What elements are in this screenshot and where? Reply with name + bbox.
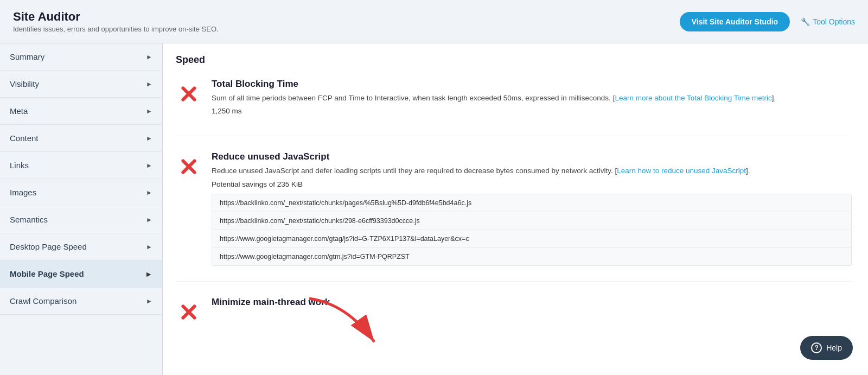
error-x-mark-1 <box>177 82 201 106</box>
chevron-visibility-icon: ► <box>146 80 152 88</box>
issue-title-1: Total Blocking Time <box>212 79 852 90</box>
sidebar-label-crawl-comparison: Crawl Comparison <box>10 296 76 306</box>
header-right: Visit Site Auditor Studio 🔧 Tool Options <box>680 12 855 31</box>
learn-link-2[interactable]: Learn how to reduce unused JavaScript <box>617 167 746 175</box>
issue-title-2: Reduce unused JavaScript <box>212 151 852 162</box>
sidebar-item-crawl-comparison[interactable]: Crawl Comparison ► <box>0 288 162 315</box>
header-left: Site Auditor Identifies issues, errors a… <box>13 10 219 33</box>
tool-options-link[interactable]: 🔧 Tool Options <box>801 17 855 26</box>
sidebar-label-meta: Meta <box>10 106 28 116</box>
sidebar-item-meta[interactable]: Meta ► <box>0 98 162 125</box>
url-list-2: https://backlinko.com/_next/static/chunk… <box>212 194 852 266</box>
main-layout: Summary ► Visibility ► Meta ► Content ► … <box>0 43 868 375</box>
sidebar-item-desktop-page-speed[interactable]: Desktop Page Speed ► <box>0 233 162 260</box>
issue-value-1: 1,250 ms <box>212 107 852 115</box>
content-area: Speed Total Blocking Time Sum of all tim… <box>163 43 868 375</box>
help-button[interactable]: ? Help <box>800 336 853 360</box>
sidebar-label-links: Links <box>10 161 29 170</box>
sidebar: Summary ► Visibility ► Meta ► Content ► … <box>0 43 163 375</box>
learn-link-1[interactable]: Learn more about the Total Blocking Time… <box>615 94 771 102</box>
sidebar-label-desktop-page-speed: Desktop Page Speed <box>10 242 87 251</box>
issue-body-3: Minimize main-thread work <box>212 297 852 311</box>
error-x-mark-2 <box>177 155 201 179</box>
chevron-links-icon: ► <box>146 162 152 169</box>
chevron-content-icon: ► <box>146 135 152 142</box>
url-item-3: https://www.googletagmanager.com/gtag/js… <box>212 230 851 248</box>
sidebar-item-summary[interactable]: Summary ► <box>0 43 162 71</box>
chevron-mobile-speed-icon: ► <box>145 270 152 278</box>
sidebar-label-summary: Summary <box>10 52 44 61</box>
issue-total-blocking-time: Total Blocking Time Sum of all time peri… <box>176 79 852 136</box>
sidebar-label-semantics: Semantics <box>10 215 48 224</box>
tool-options-label: Tool Options <box>813 17 855 26</box>
issue-title-3: Minimize main-thread work <box>212 297 852 308</box>
issue-reduce-unused-js: Reduce unused JavaScript Reduce unused J… <box>176 151 852 281</box>
issue-icon-2 <box>176 154 202 180</box>
issue-body-2: Reduce unused JavaScript Reduce unused J… <box>212 151 852 265</box>
issue-value-2: Potential savings of 235 KiB <box>212 180 852 188</box>
app-subtitle: Identifies issues, errors and opportunit… <box>13 25 219 33</box>
issue-minimize-main-thread: Minimize main-thread work <box>176 297 852 325</box>
sidebar-label-content: Content <box>10 134 39 143</box>
sidebar-label-mobile-page-speed: Mobile Page Speed <box>10 269 84 278</box>
chevron-semantics-icon: ► <box>146 216 152 224</box>
chevron-meta-icon: ► <box>146 107 152 115</box>
section-title: Speed <box>176 54 852 69</box>
url-item-2: https://backlinko.com/_next/static/chunk… <box>212 212 851 230</box>
help-label: Help <box>826 344 842 352</box>
chevron-crawl-icon: ► <box>146 297 152 305</box>
chevron-summary-icon: ► <box>146 53 152 61</box>
sidebar-item-mobile-page-speed[interactable]: Mobile Page Speed ► <box>0 260 162 288</box>
sidebar-label-images: Images <box>10 188 36 197</box>
issue-icon-1 <box>176 81 202 107</box>
sidebar-item-semantics[interactable]: Semantics ► <box>0 206 162 233</box>
app-title: Site Auditor <box>13 10 219 24</box>
url-item-4: https://www.googletagmanager.com/gtm.js?… <box>212 248 851 265</box>
sidebar-item-content[interactable]: Content ► <box>0 125 162 152</box>
chevron-desktop-speed-icon: ► <box>146 243 152 251</box>
sidebar-item-links[interactable]: Links ► <box>0 152 162 179</box>
help-circle-icon: ? <box>811 342 822 353</box>
sidebar-item-images[interactable]: Images ► <box>0 179 162 206</box>
url-item-1: https://backlinko.com/_next/static/chunk… <box>212 194 851 212</box>
sidebar-item-visibility[interactable]: Visibility ► <box>0 71 162 98</box>
issue-icon-3 <box>176 299 202 325</box>
issue-desc-1: Sum of all time periods between FCP and … <box>212 93 852 104</box>
wrench-icon: 🔧 <box>801 17 810 26</box>
issue-body-1: Total Blocking Time Sum of all time peri… <box>212 79 852 120</box>
chevron-images-icon: ► <box>146 189 152 196</box>
visit-studio-button[interactable]: Visit Site Auditor Studio <box>680 12 790 31</box>
error-x-mark-3 <box>177 304 201 320</box>
issue-desc-2: Reduce unused JavaScript and defer loadi… <box>212 166 852 176</box>
header: Site Auditor Identifies issues, errors a… <box>0 0 868 43</box>
sidebar-label-visibility: Visibility <box>10 79 39 88</box>
